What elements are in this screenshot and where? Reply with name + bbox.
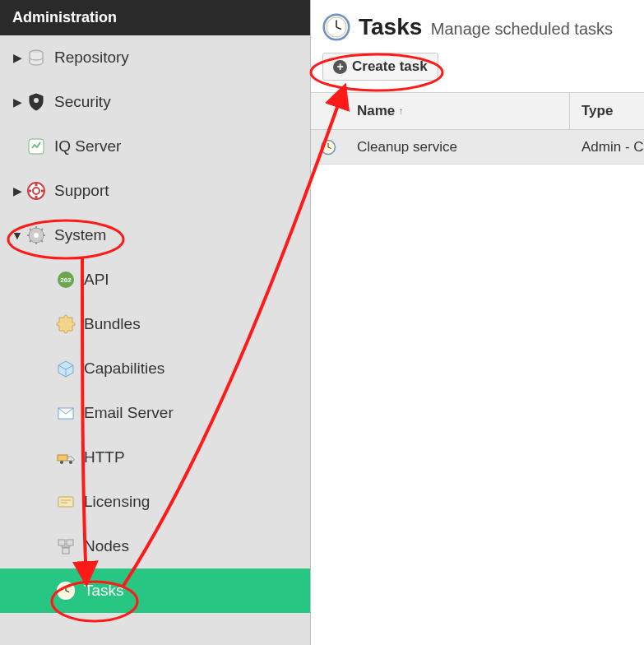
- row-icon: [311, 139, 345, 155]
- puzzle-icon: [56, 314, 76, 334]
- svg-point-6: [34, 233, 39, 238]
- license-icon: [56, 492, 76, 512]
- page-header: Tasks Manage scheduled tasks: [311, 0, 644, 49]
- header-type[interactable]: Type: [570, 93, 644, 129]
- caret-down-icon: ▼: [12, 229, 23, 242]
- sidebar-item-label: Nodes: [84, 537, 129, 555]
- box-icon: [56, 359, 76, 378]
- sidebar-item-label: Security: [54, 93, 111, 111]
- sidebar-item-system[interactable]: ▼System: [0, 213, 310, 258]
- sidebar-item-label: IQ Server: [54, 137, 121, 155]
- sidebar-item-label: Tasks: [84, 582, 124, 600]
- toolbar: + Create task: [311, 49, 644, 92]
- api-icon: 202: [56, 270, 76, 290]
- page-subtitle: Manage scheduled tasks: [431, 20, 613, 38]
- sidebar-item-licensing[interactable]: Licensing: [0, 480, 310, 524]
- sidebar-item-label: Repository: [54, 49, 129, 67]
- mail-icon: [56, 403, 76, 423]
- clock-icon: [322, 13, 350, 41]
- truck-icon: [56, 448, 76, 467]
- sidebar-item-iq-server[interactable]: IQ Server: [0, 124, 310, 169]
- sidebar: Administration ▶Repository▶SecurityIQ Se…: [0, 0, 311, 645]
- svg-rect-18: [58, 455, 67, 461]
- header-icon-col: [311, 93, 345, 129]
- plus-icon: +: [333, 60, 347, 74]
- database-icon: [26, 48, 46, 67]
- table-row[interactable]: Cleanup service Admin - C: [311, 130, 644, 165]
- svg-rect-25: [67, 540, 73, 545]
- svg-line-11: [30, 229, 31, 230]
- sidebar-item-label: Email Server: [84, 404, 174, 422]
- table-header-row: Name ↑ Type: [311, 93, 644, 130]
- svg-rect-24: [58, 540, 65, 545]
- caret-right-icon: ▶: [12, 51, 23, 64]
- sidebar-title: Administration: [0, 0, 310, 35]
- svg-point-1: [34, 98, 39, 103]
- sidebar-item-security[interactable]: ▶Security: [0, 80, 310, 124]
- svg-line-12: [41, 240, 43, 242]
- svg-line-13: [30, 240, 31, 242]
- caret-right-icon: ▶: [12, 95, 23, 109]
- sidebar-item-label: Capabilities: [84, 360, 164, 378]
- iq-icon: [26, 137, 46, 156]
- content-area: Tasks Manage scheduled tasks + Create ta…: [311, 0, 644, 645]
- svg-line-14: [41, 229, 43, 230]
- sidebar-item-email-server[interactable]: Email Server: [0, 391, 310, 435]
- nodes-icon: [56, 536, 76, 556]
- clock-icon: [56, 581, 76, 601]
- sidebar-item-capabilities[interactable]: Capabilities: [0, 346, 310, 391]
- svg-point-19: [60, 461, 63, 464]
- row-name: Cleanup service: [345, 139, 570, 155]
- create-task-label: Create task: [352, 58, 428, 75]
- sidebar-item-label: Licensing: [84, 493, 150, 511]
- sidebar-item-http[interactable]: HTTP: [0, 435, 310, 480]
- svg-point-20: [69, 461, 72, 464]
- sort-asc-icon: ↑: [398, 105, 403, 117]
- sidebar-nav: ▶Repository▶SecurityIQ Server▶Support▼Sy…: [0, 35, 310, 645]
- sidebar-item-repository[interactable]: ▶Repository: [0, 35, 310, 80]
- page-title: Tasks: [359, 14, 422, 39]
- svg-point-4: [33, 188, 39, 194]
- svg-rect-21: [58, 497, 73, 507]
- gear-icon: [26, 225, 46, 245]
- sidebar-item-label: API: [84, 271, 109, 289]
- sidebar-item-label: System: [54, 226, 106, 244]
- sidebar-item-bundles[interactable]: Bundles: [0, 302, 310, 346]
- svg-text:202: 202: [60, 276, 72, 284]
- sidebar-item-label: HTTP: [84, 448, 125, 466]
- create-task-button[interactable]: + Create task: [322, 53, 438, 81]
- tasks-table: Name ↑ Type Cleanup service Admin - C: [311, 92, 644, 165]
- caret-right-icon: ▶: [12, 184, 23, 197]
- shield-icon: [26, 92, 46, 112]
- sidebar-item-support[interactable]: ▶Support: [0, 169, 310, 213]
- header-name[interactable]: Name ↑: [345, 93, 570, 129]
- sidebar-item-api[interactable]: 202API: [0, 258, 310, 302]
- lifebuoy-icon: [26, 181, 46, 201]
- svg-rect-26: [63, 548, 69, 554]
- sidebar-item-label: Support: [54, 182, 109, 200]
- sidebar-item-tasks[interactable]: Tasks: [0, 568, 310, 613]
- sidebar-item-label: Bundles: [84, 315, 141, 333]
- sidebar-item-nodes[interactable]: Nodes: [0, 524, 310, 568]
- row-type: Admin - C: [570, 139, 644, 155]
